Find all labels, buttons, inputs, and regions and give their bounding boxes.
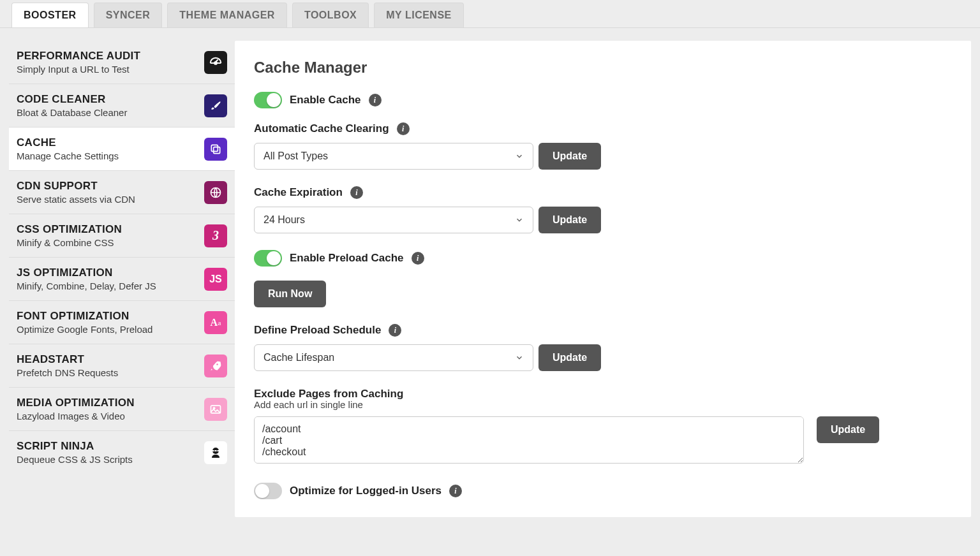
optimize-logged-label: Optimize for Logged-in Users [290,485,442,497]
sidebar-item-title: PERFORMANCE AUDIT [17,50,204,62]
sidebar-item-title: MEDIA OPTIMIZATION [17,397,204,409]
exclude-label: Exclude Pages from Caching [254,388,403,400]
enable-preload-toggle[interactable] [254,250,282,267]
sidebar-item-title: JS OPTIMIZATION [17,267,204,279]
sidebar-item-title: HEADSTART [17,353,204,366]
optimize-logged-toggle[interactable] [254,483,282,499]
info-icon[interactable]: i [369,94,382,106]
sidebar-item-sub: Prefetch DNS Requests [17,367,204,378]
sidebar-item-headstart[interactable]: HEADSTART Prefetch DNS Requests [9,344,235,388]
select-value: Cache Lifespan [264,352,334,363]
run-now-button[interactable]: Run Now [254,281,326,307]
sidebar-item-title: SCRIPT NINJA [17,440,204,453]
exclude-sub: Add each url in single line [254,399,952,410]
page-title: Cache Manager [254,59,952,77]
select-value: All Post Types [264,150,328,162]
sidebar-item-performance-audit[interactable]: PERFORMANCE AUDIT Simply Input a URL to … [9,41,235,84]
font-icon: Aa [204,311,227,334]
sidebar-item-css-optimization[interactable]: CSS OPTIMIZATION Minify & Combine CSS 3 [9,214,235,258]
svg-point-4 [216,363,218,365]
auto-clear-label: Automatic Cache Clearing [254,122,389,135]
sidebar-item-media-optimization[interactable]: MEDIA OPTIMIZATION Lazyload Images & Vid… [9,388,235,431]
info-icon[interactable]: i [412,252,424,265]
svg-rect-2 [214,147,220,153]
layers-icon [204,138,227,161]
sidebar-item-title: CDN SUPPORT [17,180,204,193]
tab-booster[interactable]: BOOSTER [11,3,89,27]
schedule-label: Define Preload Schedule [254,324,381,337]
exclude-update-button[interactable]: Update [817,416,879,443]
sidebar-item-sub: Serve static assets via CDN [17,194,204,205]
tab-toolbox[interactable]: TOOLBOX [292,3,369,27]
js-icon: JS [204,268,227,291]
sidebar-item-sub: Lazyload Images & Video [17,411,204,421]
sidebar-item-title: CSS OPTIMIZATION [17,223,204,236]
select-value: 24 Hours [264,214,305,226]
schedule-select[interactable]: Cache Lifespan [254,344,533,371]
info-icon[interactable]: i [350,186,363,199]
sidebar-item-sub: Dequeue CSS & JS Scripts [17,454,204,465]
sidebar-item-sub: Minify & Combine CSS [17,237,204,248]
auto-clear-select[interactable]: All Post Types [254,143,533,170]
tab-my-license[interactable]: MY LICENSE [374,3,464,27]
schedule-update-button[interactable]: Update [538,344,601,371]
enable-cache-label: Enable Cache [290,94,361,106]
svg-rect-1 [211,145,218,151]
enable-preload-label: Enable Preload Cache [290,252,404,265]
sidebar: PERFORMANCE AUDIT Simply Input a URL to … [0,28,235,530]
chevron-down-icon [515,353,524,362]
expiration-select[interactable]: 24 Hours [254,207,533,233]
tab-syncer[interactable]: SYNCER [94,3,163,27]
sidebar-item-script-ninja[interactable]: SCRIPT NINJA Dequeue CSS & JS Scripts [9,431,235,474]
chevron-down-icon [515,152,524,161]
sidebar-item-cdn-support[interactable]: CDN SUPPORT Serve static assets via CDN [9,171,235,214]
expiration-update-button[interactable]: Update [538,207,601,233]
sidebar-item-sub: Bloat & Database Cleaner [17,107,204,118]
sidebar-item-title: CACHE [17,136,204,149]
sidebar-item-title: CODE CLEANER [17,93,204,106]
exclude-textarea[interactable] [254,416,804,464]
sidebar-item-sub: Simply Input a URL to Test [17,64,204,75]
svg-rect-8 [212,450,219,451]
info-icon[interactable]: i [449,485,462,497]
sidebar-item-sub: Manage Cache Settings [17,150,204,161]
chevron-down-icon [515,216,524,224]
ninja-icon [204,441,227,464]
sidebar-item-sub: Minify, Combine, Delay, Defer JS [17,281,204,291]
image-icon [204,398,227,421]
svg-point-10 [216,450,218,451]
css-icon: 3 [204,224,227,247]
main-panel: Cache Manager Enable Cache i Automatic C… [235,41,971,517]
info-icon[interactable]: i [397,122,410,135]
top-tabs: BOOSTER SYNCER THEME MANAGER TOOLBOX MY … [0,0,980,28]
sidebar-item-font-optimization[interactable]: FONT OPTIMIZATION Optimize Google Fonts,… [9,301,235,344]
gauge-icon [204,51,227,74]
expiration-label: Cache Expiration [254,186,343,199]
sidebar-item-code-cleaner[interactable]: CODE CLEANER Bloat & Database Cleaner [9,84,235,128]
sidebar-item-title: FONT OPTIMIZATION [17,310,204,323]
sidebar-item-cache[interactable]: CACHE Manage Cache Settings [9,128,235,171]
svg-point-0 [214,62,217,64]
svg-point-9 [214,450,215,451]
auto-clear-update-button[interactable]: Update [538,143,601,170]
rocket-icon [204,355,227,377]
sidebar-item-js-optimization[interactable]: JS OPTIMIZATION Minify, Combine, Delay, … [9,258,235,301]
sidebar-item-sub: Optimize Google Fonts, Preload [17,324,204,335]
brush-icon [204,94,227,117]
globe-icon [204,181,227,204]
enable-cache-toggle[interactable] [254,92,282,108]
info-icon[interactable]: i [389,324,401,337]
tab-theme-manager[interactable]: THEME MANAGER [167,3,287,27]
